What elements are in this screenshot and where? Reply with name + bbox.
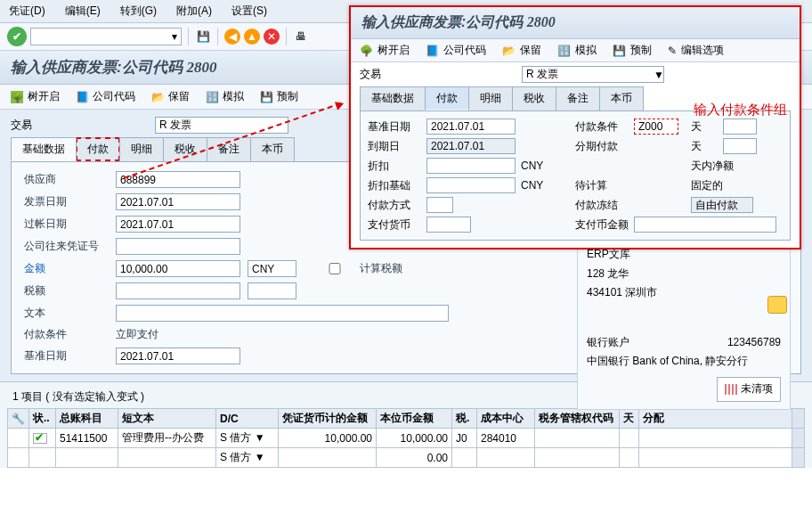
ov-tab-local[interactable]: 本币 [599, 86, 644, 110]
ov-duedate-lbl: 到期日 [368, 139, 421, 154]
ov-tab-remark[interactable]: 备注 [556, 86, 600, 110]
vendor-lbl: 供应商 [24, 172, 109, 187]
calctax-check[interactable] [317, 263, 353, 274]
ov-days2[interactable] [723, 138, 757, 154]
ov-disc[interactable] [426, 158, 516, 174]
postdate-field[interactable] [116, 216, 240, 233]
bank-acct: 123456789 [727, 333, 781, 353]
tab-detail[interactable]: 明细 [119, 137, 164, 161]
simulate-btn[interactable]: 🔢模拟 [206, 89, 244, 104]
col-docamt[interactable]: 凭证货币计的金额 [279, 409, 377, 429]
ov-basedate[interactable] [426, 119, 516, 135]
ov-tab-basic[interactable]: 基础数据 [360, 86, 426, 110]
ov-days1[interactable] [723, 119, 757, 135]
bars-icon [725, 384, 737, 395]
ov-paymethod-lbl: 付款方式 [368, 198, 421, 213]
menu-edit[interactable]: 编辑(E) [65, 4, 101, 19]
park-btn[interactable]: 💾预制 [260, 89, 298, 104]
company-code-btn[interactable]: 📘公司代码 [76, 89, 135, 104]
back-icon[interactable]: ◀ [224, 29, 240, 45]
invdate-field[interactable] [116, 193, 240, 210]
bank-lbl: 银行账户 [587, 333, 629, 353]
col-localamt[interactable]: 本位币金额 [377, 409, 452, 429]
ov-tab-detail[interactable]: 明细 [468, 86, 513, 110]
taxcode-field[interactable] [248, 282, 296, 299]
ov-tree[interactable]: 🌳树开启 [360, 43, 410, 58]
curr-field[interactable] [248, 260, 296, 277]
menu-voucher[interactable]: 凭证(D) [9, 4, 45, 19]
docno-lbl: 公司往来凭证号 [24, 239, 109, 254]
payterm-lbl: 付款条件 [24, 327, 109, 342]
ov-payterm-lbl: 付款条件 [575, 119, 629, 135]
ov-basedate-lbl: 基准日期 [368, 119, 421, 135]
col-short[interactable]: 短文本 [118, 409, 216, 429]
amount-field[interactable] [116, 260, 240, 277]
tree-toggle[interactable]: 🌳树开启 [11, 89, 60, 104]
addr2: 434101 深圳市 [587, 283, 781, 303]
ov-payterm[interactable] [634, 119, 678, 135]
table-row[interactable]: S 借方 ▼ 0.00 [8, 448, 805, 468]
docno-field[interactable] [116, 238, 240, 255]
open-items-btn[interactable]: 未清项 [717, 377, 781, 402]
ov-payblock[interactable] [691, 197, 753, 213]
command-field[interactable]: ▾ [30, 28, 182, 45]
ov-trx[interactable] [522, 66, 664, 83]
basedate-lbl: 基准日期 [24, 348, 109, 364]
menu-goto[interactable]: 转到(G) [120, 4, 157, 19]
payterm-val: 立即支付 [116, 327, 449, 342]
amount-lbl: 金额 [24, 261, 109, 276]
ov-park[interactable]: 💾预制 [613, 43, 652, 58]
basedate-field[interactable] [116, 348, 240, 364]
text-lbl: 文本 [24, 306, 109, 321]
annotation-text: 输入付款条件组 [694, 102, 787, 119]
text-field[interactable] [116, 305, 449, 322]
exit-icon[interactable]: ▲ [244, 29, 260, 45]
ov-company[interactable]: 📘公司代码 [426, 43, 486, 58]
col-sel[interactable]: 🔧 [8, 409, 29, 429]
col-tax[interactable]: 税. [452, 409, 477, 429]
hold-btn[interactable]: 📂保留 [151, 89, 190, 104]
ov-tab-payment[interactable]: 付款 [425, 86, 469, 110]
postdate-lbl: 过帐日期 [24, 217, 109, 232]
tab-local[interactable]: 本币 [250, 137, 295, 161]
col-assign[interactable]: 分配 [639, 409, 792, 429]
ov-cny1: CNY [521, 159, 570, 172]
ov-payamt[interactable] [634, 217, 776, 233]
ov-discbase[interactable] [426, 177, 516, 193]
ov-sim[interactable]: 🔢模拟 [557, 43, 597, 58]
invdate-lbl: 发票日期 [24, 194, 109, 209]
taxamt-field[interactable] [116, 282, 240, 299]
ok-button[interactable]: ✔ [7, 27, 27, 46]
ov-paycurr-lbl: 支付货币 [368, 217, 421, 233]
tab-basic[interactable]: 基础数据 [11, 137, 77, 161]
ov-editopt[interactable]: ✎编辑选项 [668, 43, 724, 58]
save-icon[interactable]: 💾 [195, 29, 211, 45]
menu-settings[interactable]: 设置(S) [231, 4, 267, 19]
col-wt[interactable]: 天 [620, 409, 639, 429]
overlay-panel: 输入供应商发票:公司代码 2800 🌳树开启 📘公司代码 📂保留 🔢模拟 💾预制… [349, 5, 801, 249]
vendor-info-panel: ERP文库 128 龙华 434101 深圳市 银行账户123456789 中国… [577, 237, 791, 410]
table-row[interactable]: 51411500 管理费用--办公费 S 借方 ▼ 10,000.00 10,0… [8, 429, 805, 448]
col-scroll[interactable] [792, 409, 805, 429]
calctax-lbl: 计算税额 [360, 261, 449, 276]
menu-additional[interactable]: 附加(A) [176, 4, 212, 19]
display-vendor-btn[interactable] [767, 296, 787, 314]
ov-days-lbl2: 天 [691, 139, 718, 154]
cancel-icon[interactable]: ✕ [264, 29, 280, 45]
col-dc[interactable]: D/C [216, 409, 279, 429]
col-cc[interactable]: 成本中心 [477, 409, 535, 429]
ov-hold[interactable]: 📂保留 [502, 43, 541, 58]
ov-duedate [426, 138, 516, 154]
col-jur[interactable]: 税务管辖权代码 [535, 409, 620, 429]
ov-disc-lbl: 折扣 [368, 159, 421, 174]
ov-paycurr[interactable] [426, 217, 471, 233]
ov-tab-tax[interactable]: 税收 [512, 86, 556, 110]
tab-payment[interactable]: 付款 [76, 137, 120, 161]
bank-name: 中国银行 Bank of China, 静安分行 [587, 352, 781, 372]
ov-netdays-lbl: 天内净额 [691, 159, 776, 174]
ov-paymethod[interactable] [426, 197, 453, 213]
trx-value[interactable] [155, 117, 288, 134]
print-icon[interactable]: 🖶 [293, 29, 309, 45]
col-gl[interactable]: 总账科目 [56, 409, 118, 429]
col-status[interactable]: 状.. [29, 409, 56, 429]
